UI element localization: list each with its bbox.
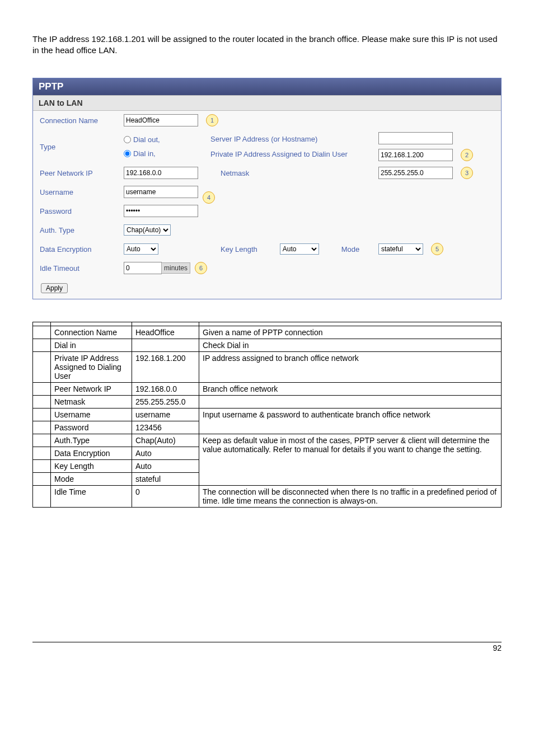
label-data-encryption: Data Encryption	[40, 245, 124, 253]
row-username: Username 4	[33, 182, 501, 201]
input-private-ip[interactable]	[378, 149, 453, 161]
callout-5: 5	[431, 243, 443, 255]
intro-paragraph: The IP address 192.168.1.201 will be ass…	[32, 34, 502, 55]
table-row: Netmask 255.255.255.0	[33, 396, 502, 408]
row-auth-type: Auth. Type Chap(Auto)	[33, 220, 501, 240]
callout-1: 1	[206, 114, 218, 126]
row-type: Type Dial out, Dial in, Server IP Addres…	[33, 130, 501, 163]
label-dial-out: Dial out,	[133, 135, 160, 144]
label-key-length: Key Length	[221, 245, 257, 253]
row-data-encryption: Data Encryption Auto Key Length Auto Mod…	[33, 240, 501, 259]
reference-table: Connection Name HeadOffice Given a name …	[32, 322, 502, 508]
callout-2: 2	[461, 149, 473, 161]
table-row: Dial in Check Dial in	[33, 339, 502, 352]
pptp-form-panel: PPTP LAN to LAN Connection Name 1 Type D…	[32, 78, 502, 299]
label-username: Username	[40, 188, 124, 196]
row-idle-timeout: Idle Timeout minutes 6	[33, 259, 501, 278]
select-auth-type[interactable]: Chap(Auto)	[124, 224, 171, 236]
select-data-encryption[interactable]: Auto	[124, 243, 158, 255]
label-type: Type	[40, 143, 124, 151]
label-auth-type: Auth. Type	[40, 226, 124, 234]
callout-4: 4	[203, 191, 215, 204]
select-key-length[interactable]: Auto	[280, 243, 319, 255]
table-row: Peer Network IP 192.168.0.0 Branch offic…	[33, 383, 502, 396]
input-connection-name[interactable]	[124, 114, 198, 126]
panel-title: PPTP	[33, 78, 501, 95]
label-netmask: Netmask	[210, 169, 378, 177]
page-number: 92	[32, 642, 502, 652]
table-row: Idle Time 0 The connection will be disco…	[33, 486, 502, 508]
radio-dial-in[interactable]	[124, 150, 131, 157]
apply-button[interactable]: Apply	[41, 283, 68, 293]
callout-3: 3	[461, 167, 473, 179]
label-password: Password	[40, 207, 124, 215]
label-server-ip: Server IP Address (or Hostname)	[210, 135, 378, 143]
label-minutes: minutes	[161, 262, 190, 274]
cell-value	[132, 322, 199, 326]
label-idle-timeout: Idle Timeout	[40, 264, 124, 273]
row-peer-network: Peer Network IP Netmask 3	[33, 163, 501, 182]
radio-dial-out[interactable]	[124, 136, 131, 143]
table-row: Connection Name HeadOffice Given a name …	[33, 326, 502, 339]
input-peer-network[interactable]	[124, 167, 198, 179]
label-peer-network: Peer Network IP	[40, 169, 124, 177]
table-row: Username username Input username & passw…	[33, 408, 502, 421]
table-row: Auth.Type Chap(Auto) Keep as default val…	[33, 434, 502, 447]
select-mode[interactable]: stateful	[378, 243, 423, 255]
label-private-ip: Private IP Address Assigned to Dialin Us…	[210, 150, 378, 158]
input-server-ip[interactable]	[378, 132, 453, 144]
callout-6: 6	[195, 262, 207, 274]
cell-item	[33, 322, 51, 326]
form-body: Connection Name 1 Type Dial out, Dial in…	[33, 111, 501, 299]
row-password: Password	[33, 201, 501, 220]
row-connection-name: Connection Name 1	[33, 111, 501, 130]
radio-dial-in-wrap[interactable]: Dial in,	[124, 149, 210, 158]
label-dial-in: Dial in,	[133, 149, 156, 158]
cell-name	[51, 322, 132, 326]
input-username[interactable]	[124, 186, 198, 198]
cell-desc	[199, 322, 502, 326]
table-row: Private IP Address Assigned to Dialing U…	[33, 352, 502, 383]
apply-row: Apply	[33, 278, 501, 299]
input-password[interactable]	[124, 205, 198, 217]
table-row	[33, 322, 502, 326]
input-idle-timeout[interactable]	[124, 262, 162, 274]
panel-subtitle: LAN to LAN	[33, 95, 501, 111]
label-mode: Mode	[341, 245, 360, 253]
radio-dial-out-wrap[interactable]: Dial out,	[124, 135, 210, 144]
label-connection-name: Connection Name	[40, 116, 124, 125]
input-netmask[interactable]	[378, 167, 453, 179]
